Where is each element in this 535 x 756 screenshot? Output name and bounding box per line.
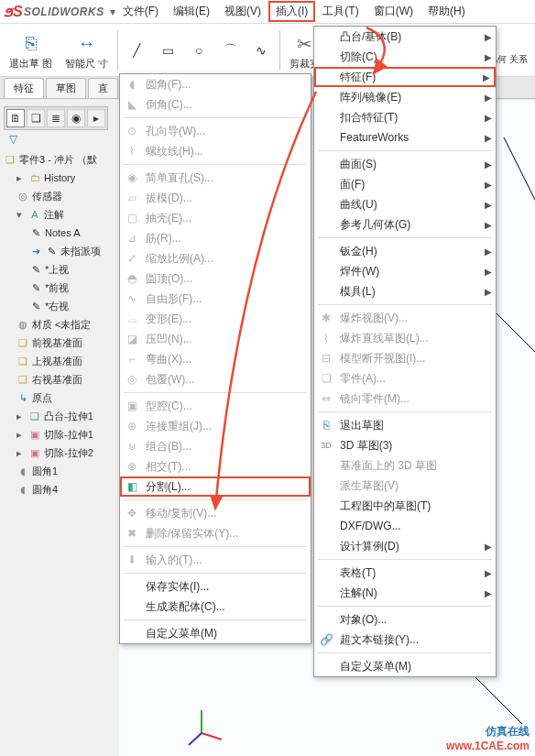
- expand-icon[interactable]: ▸: [16, 170, 26, 186]
- tab-sketch[interactable]: 草图: [46, 78, 86, 98]
- menu-tools[interactable]: 工具(T): [315, 1, 366, 22]
- tree-sensor[interactable]: ◎传感器: [4, 187, 117, 205]
- menu-deletebody[interactable]: ✖删除/保留实体(Y)...: [120, 523, 311, 543]
- more-tab[interactable]: ▸: [87, 109, 105, 127]
- filter-button[interactable]: ▽: [4, 130, 22, 148]
- menu-cavity[interactable]: ▣型腔(C)...: [120, 396, 311, 416]
- menu-explode[interactable]: ✱爆炸视图(V)...: [314, 308, 496, 328]
- line-tool[interactable]: ╱: [124, 39, 149, 61]
- menu-3dsketch[interactable]: 3D3D 草图(3): [314, 435, 496, 455]
- menu-boss[interactable]: 凸台/基体(B)▶: [314, 27, 496, 47]
- menu-indent[interactable]: ◪压凹(N)...: [120, 329, 311, 349]
- expand-icon[interactable]: ▸: [16, 426, 26, 443]
- arc-tool[interactable]: ⌒: [217, 39, 243, 61]
- tree-cut2[interactable]: ▸▣切除-拉伸2: [4, 444, 117, 462]
- expand-icon[interactable]: ▸: [16, 444, 26, 461]
- exit-sketch-button[interactable]: ⎘ 退出草 图: [5, 29, 56, 71]
- menu-part[interactable]: ❑零件(A)...: [314, 368, 496, 389]
- menu-object[interactable]: 对象(O)...: [314, 609, 496, 630]
- menu-annotations[interactable]: 注解(N)▶: [314, 583, 496, 603]
- menu-refgeom[interactable]: 参考几何体(G)▶: [314, 214, 496, 235]
- tree-history[interactable]: ▸🗀History: [4, 169, 117, 187]
- menu-rib[interactable]: ⊿筋(R)...: [120, 228, 311, 248]
- menu-exit-sketch[interactable]: ⎘退出草图: [314, 415, 496, 435]
- menu-surface[interactable]: 曲面(S)▶: [314, 154, 496, 174]
- rect-tool[interactable]: ▭: [155, 39, 180, 61]
- menu-designstudy[interactable]: 设计算例(D)▶: [314, 536, 496, 556]
- menu-dxf[interactable]: DXF/DWG...: [314, 516, 496, 536]
- menu-dome[interactable]: ◓圆顶(O)...: [120, 268, 311, 289]
- menu-derived[interactable]: 派生草图(V): [314, 476, 496, 496]
- menu-insert[interactable]: 插入(I): [268, 1, 315, 22]
- menu-mold[interactable]: 模具(L)▶: [314, 281, 496, 301]
- menu-file[interactable]: 文件(F): [115, 1, 166, 22]
- smart-dimension-button[interactable]: ↔ 智能尺 寸: [61, 29, 112, 71]
- tree-annotations[interactable]: ▾A注解: [4, 205, 117, 224]
- menu-edit[interactable]: 编辑(E): [166, 1, 217, 22]
- menu-deform[interactable]: ⌓变形(E)...: [120, 309, 311, 329]
- collapse-icon[interactable]: ▾: [16, 206, 26, 223]
- menu-shell[interactable]: ▢抽壳(E)...: [120, 208, 311, 228]
- tree-fillet4[interactable]: ◖圆角4: [4, 480, 117, 499]
- tab-direct[interactable]: 直: [88, 78, 118, 98]
- menu-createasm[interactable]: 生成装配体(C)...: [120, 597, 311, 617]
- tree-right-plane[interactable]: ❏右视基准面: [4, 370, 117, 389]
- menu-split[interactable]: ◧分割(L)...: [120, 477, 311, 497]
- menu-chamfer[interactable]: ◣倒角(C)...: [120, 94, 311, 115]
- tree-material[interactable]: ◍材质 <未指定: [4, 315, 117, 334]
- menu-snap[interactable]: 扣合特征(T)▶: [314, 107, 496, 127]
- menu-explodeline[interactable]: ⌇爆炸直线草图(L)...: [314, 328, 496, 348]
- tree-cut1[interactable]: ▸▣切除-拉伸1: [4, 425, 117, 444]
- menu-scale[interactable]: ⤢缩放比例(A)...: [120, 248, 311, 268]
- menu-curve[interactable]: 曲线(U)▶: [314, 194, 496, 214]
- tree-boss[interactable]: ▸❑凸台-拉伸1: [4, 407, 117, 425]
- menu-weldment[interactable]: 焊件(W)▶: [314, 261, 496, 281]
- tree-origin[interactable]: ↳原点: [4, 389, 117, 407]
- expand-icon[interactable]: ▸: [16, 408, 26, 424]
- menu-help[interactable]: 帮助(H): [420, 1, 473, 22]
- tree-top[interactable]: ✎*上视: [4, 260, 117, 279]
- menu-simplehole[interactable]: ◉简单直孔(S)...: [120, 168, 311, 188]
- menu-customize2[interactable]: 自定义菜单(M): [314, 656, 496, 676]
- feature-tree-tab[interactable]: 🗎: [6, 109, 25, 127]
- menu-sheetmetal[interactable]: 钣金(H)▶: [314, 241, 496, 261]
- menu-tables[interactable]: 表格(T)▶: [314, 563, 496, 583]
- menu-thread[interactable]: ⌇螺纹线(H)...: [120, 141, 311, 161]
- tree-front[interactable]: ✎*前视: [4, 279, 117, 297]
- menu-holewizard[interactable]: ⊙孔向导(W)...: [120, 121, 311, 141]
- tree-notes-a[interactable]: ✎Notes A: [4, 224, 117, 242]
- menu-freeform[interactable]: ∿自由形(F)...: [120, 289, 311, 309]
- tree-right[interactable]: ✎*右视: [4, 297, 117, 315]
- menu-featureworks[interactable]: FeatureWorks▶: [314, 127, 496, 148]
- menu-features[interactable]: 特征(F)▶: [314, 67, 496, 87]
- menu-draft[interactable]: ▱拔模(D)...: [120, 188, 311, 208]
- menu-wrap[interactable]: ◎包覆(W)...: [120, 369, 311, 389]
- property-tab[interactable]: ❑: [27, 109, 45, 127]
- menu-modelbreak[interactable]: ⊟模型断开视图(I)...: [314, 348, 496, 368]
- tree-fillet1[interactable]: ◖圆角1: [4, 462, 117, 480]
- menu-fillet[interactable]: ◖圆角(F)...: [120, 74, 311, 94]
- circle-tool[interactable]: ○: [186, 39, 212, 61]
- menu-intersect[interactable]: ⊗相交(T)...: [120, 456, 311, 477]
- menu-face[interactable]: 面(F)▶: [314, 174, 496, 194]
- menu-bend[interactable]: ⌐弯曲(X)...: [120, 349, 311, 369]
- tree-unassigned[interactable]: ➜✎未指派项: [4, 242, 117, 260]
- menu-mirrorpart[interactable]: ⇔镜向零件(M)...: [314, 389, 496, 409]
- menu-movecopy[interactable]: ✥移动/复制(V)...: [120, 503, 311, 523]
- tree-front-plane[interactable]: ❏前视基准面: [4, 334, 117, 352]
- config-tab[interactable]: ≣: [47, 109, 65, 127]
- menu-combine[interactable]: ⊎组合(B)...: [120, 436, 311, 456]
- menu-hyperlink[interactable]: 🔗超文本链接(Y)...: [314, 630, 496, 650]
- tree-root[interactable]: ❑零件3 - 冲片 （默: [4, 150, 117, 169]
- menu-view[interactable]: 视图(V): [217, 1, 268, 22]
- menu-cut[interactable]: 切除(C)▶: [314, 47, 496, 67]
- spline-tool[interactable]: ∿: [248, 39, 274, 61]
- tree-top-plane[interactable]: ❏上视基准面: [4, 352, 117, 370]
- menu-pattern[interactable]: 阵列/镜像(E)▶: [314, 87, 496, 107]
- menu-import[interactable]: ⬇输入的(T)...: [120, 550, 311, 570]
- menu-savebody[interactable]: 保存实体(I)...: [120, 576, 311, 597]
- menu-3dplane[interactable]: 基准面上的 3D 草图: [314, 455, 496, 476]
- menu-customize[interactable]: 自定义菜单(M): [120, 623, 311, 643]
- tab-features[interactable]: 特征: [4, 78, 44, 98]
- menu-drawing[interactable]: 工程图中的草图(T): [314, 496, 496, 516]
